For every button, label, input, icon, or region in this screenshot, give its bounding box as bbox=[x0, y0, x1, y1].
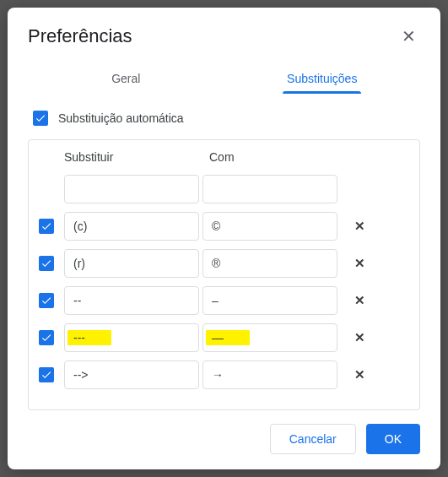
row-checkbox[interactable] bbox=[39, 330, 54, 345]
tab-substitutions-label: Substituições bbox=[287, 72, 357, 85]
check-icon bbox=[40, 369, 52, 381]
row-checkbox[interactable] bbox=[39, 367, 54, 382]
tab-bar: Geral Substituições bbox=[8, 62, 440, 94]
with-input-wrap bbox=[202, 286, 337, 315]
replace-input[interactable] bbox=[64, 323, 199, 352]
row-checkbox-slot bbox=[39, 330, 61, 345]
with-input[interactable] bbox=[202, 323, 337, 352]
table-row bbox=[39, 171, 414, 208]
replace-input[interactable] bbox=[64, 212, 199, 241]
close-icon[interactable]: ✕ bbox=[397, 24, 420, 48]
table-row: ✕ bbox=[39, 319, 414, 356]
tab-general[interactable]: Geral bbox=[28, 62, 224, 94]
table-row: ✕ bbox=[39, 356, 414, 393]
auto-substitution-checkbox[interactable] bbox=[33, 111, 48, 126]
dialog-content: Substituição automática Substituir Com ✕… bbox=[8, 94, 440, 410]
replace-input[interactable] bbox=[64, 249, 199, 278]
dialog-footer: Cancelar OK bbox=[8, 410, 440, 469]
row-checkbox[interactable] bbox=[39, 256, 54, 271]
replace-input-wrap bbox=[64, 175, 199, 203]
replace-input[interactable] bbox=[64, 360, 199, 389]
table-row: ✕ bbox=[39, 282, 414, 319]
replace-input-wrap bbox=[64, 360, 199, 389]
with-input-wrap bbox=[202, 249, 337, 278]
ok-button[interactable]: OK bbox=[366, 424, 420, 454]
check-icon bbox=[40, 332, 52, 344]
column-with: Com bbox=[209, 150, 351, 164]
replace-input[interactable] bbox=[64, 175, 199, 203]
with-input[interactable] bbox=[202, 360, 337, 389]
auto-substitution-row: Substituição automática bbox=[28, 104, 420, 139]
check-icon bbox=[40, 295, 52, 306]
delete-row-icon[interactable]: ✕ bbox=[348, 256, 371, 271]
delete-row-icon[interactable]: ✕ bbox=[348, 330, 371, 345]
with-input[interactable] bbox=[202, 175, 337, 203]
table-row: ✕ bbox=[39, 245, 414, 282]
substitutions-table[interactable]: Substituir Com ✕✕✕✕✕ bbox=[28, 139, 420, 410]
with-input-wrap bbox=[202, 323, 337, 352]
with-input-wrap bbox=[202, 175, 337, 203]
row-checkbox-slot bbox=[39, 256, 61, 271]
table-header: Substituir Com bbox=[39, 147, 414, 171]
dialog-header: Preferências ✕ bbox=[8, 8, 440, 55]
check-icon bbox=[40, 220, 52, 232]
check-icon bbox=[40, 257, 52, 269]
preferences-dialog: Preferências ✕ Geral Substituições Subst… bbox=[8, 8, 440, 469]
tab-general-label: Geral bbox=[111, 72, 140, 85]
auto-substitution-label: Substituição automática bbox=[58, 111, 184, 125]
replace-input-wrap bbox=[64, 286, 199, 315]
column-replace: Substituir bbox=[64, 150, 206, 164]
delete-row-icon[interactable]: ✕ bbox=[348, 293, 371, 308]
replace-input-wrap bbox=[64, 323, 199, 352]
replace-input-wrap bbox=[64, 212, 199, 241]
tab-substitutions[interactable]: Substituições bbox=[224, 62, 421, 94]
dialog-title: Preferências bbox=[28, 25, 132, 47]
check-icon bbox=[35, 112, 46, 124]
with-input[interactable] bbox=[202, 249, 337, 278]
with-input-wrap bbox=[202, 212, 337, 241]
row-checkbox[interactable] bbox=[39, 219, 54, 234]
replace-input-wrap bbox=[64, 249, 199, 278]
row-checkbox[interactable] bbox=[39, 293, 54, 308]
replace-input[interactable] bbox=[64, 286, 199, 315]
row-checkbox-slot bbox=[39, 293, 61, 308]
with-input[interactable] bbox=[202, 286, 337, 315]
delete-row-icon[interactable]: ✕ bbox=[348, 367, 371, 382]
row-checkbox-slot bbox=[39, 367, 61, 382]
table-row: ✕ bbox=[39, 208, 414, 245]
with-input[interactable] bbox=[202, 212, 337, 241]
row-checkbox-slot bbox=[39, 219, 61, 234]
cancel-button[interactable]: Cancelar bbox=[270, 424, 356, 454]
delete-row-icon[interactable]: ✕ bbox=[348, 219, 371, 234]
with-input-wrap bbox=[202, 360, 337, 389]
